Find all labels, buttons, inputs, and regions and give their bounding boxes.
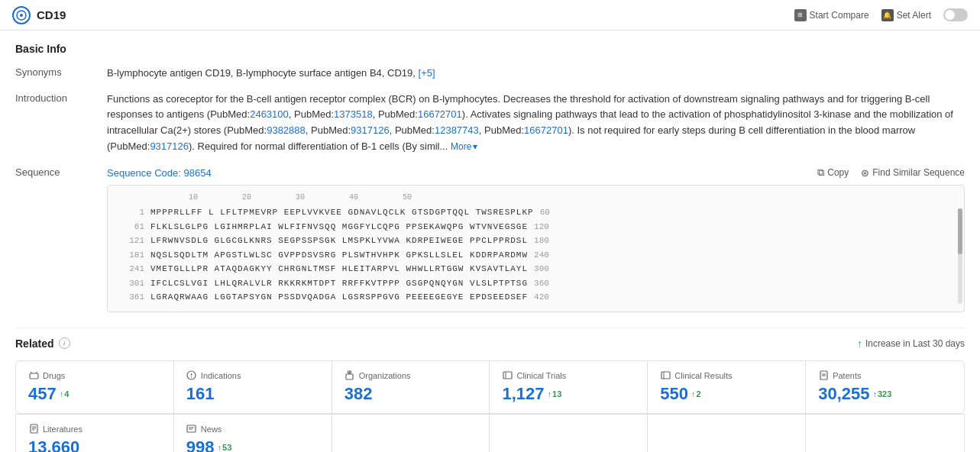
sequence-actions: ⧉ Copy ⊛ Find Similar Sequence xyxy=(817,166,965,179)
intro-link-3[interactable]: 16672701 xyxy=(418,108,462,120)
svg-rect-11 xyxy=(503,372,512,379)
page-title: CD19 xyxy=(37,8,66,21)
intro-link-1[interactable]: 2463100 xyxy=(250,108,289,120)
copy-icon: ⧉ xyxy=(817,166,824,179)
synonyms-row: Synonyms B-lymphocyte antigen CD19, B-ly… xyxy=(15,66,965,81)
related-card-clinical-trials[interactable]: Clinical Trials 1,127 ↑ 13 xyxy=(490,361,648,413)
clinical-results-value: 550 ↑ 2 xyxy=(660,384,793,404)
sequence-header: Sequence Code: 98654 ⧉ Copy ⊛ Find Simil… xyxy=(107,166,965,181)
drugs-value: 457 ↑ 4 xyxy=(28,384,161,404)
literatures-value: 13,660 xyxy=(28,437,161,452)
clinical-trials-icon xyxy=(502,370,513,381)
app-header: CD19 ⊞ Start Compare 🔔 Set Alert xyxy=(0,0,980,31)
indications-label: Indications xyxy=(186,370,319,381)
more-link[interactable]: More ▾ xyxy=(451,140,477,154)
sequence-ruler: 10 20 30 40 50 xyxy=(144,192,958,203)
sequence-code-link[interactable]: Sequence Code: 98654 xyxy=(107,166,212,181)
related-card-news[interactable]: News 998 ↑ 53 xyxy=(174,414,332,452)
up-icon: ↑ xyxy=(691,389,696,399)
related-title: Related i xyxy=(15,337,70,350)
intro-link-4[interactable]: 9382888 xyxy=(267,124,306,136)
literatures-label: Literatures xyxy=(28,424,161,434)
start-compare-button[interactable]: ⊞ Start Compare xyxy=(794,9,869,21)
sequence-scrollbar[interactable] xyxy=(958,208,962,304)
svg-point-7 xyxy=(191,376,192,377)
compare-icon: ⊞ xyxy=(794,9,807,21)
seq-line-5: 241VMETGLLLPR ATAQDAGKYY CHRGNLTMSF HLEI… xyxy=(114,263,958,276)
related-header: Related i ↑ Increase in Last 30 days xyxy=(15,337,965,350)
related-card-empty-5 xyxy=(648,414,806,452)
related-card-indications[interactable]: Indications 161 xyxy=(174,361,332,413)
copy-button[interactable]: ⧉ Copy xyxy=(817,166,849,179)
patents-label: Patents xyxy=(818,370,952,381)
synonyms-value: B-lymphocyte antigen CD19, B-lymphocyte … xyxy=(107,66,965,81)
alert-toggle[interactable] xyxy=(943,8,968,21)
related-grid-row1: Drugs 457 ↑ 4 Indications xyxy=(15,360,965,414)
seq-line-4: 181NQSLSQDLTM APGSTLWLSC GVPPDSVSRG PLSW… xyxy=(114,249,958,262)
svg-rect-2 xyxy=(30,373,38,379)
related-info-icon[interactable]: i xyxy=(59,337,70,349)
intro-link-8[interactable]: 9317126 xyxy=(150,140,189,152)
clinical-results-label: Clinical Results xyxy=(660,370,793,381)
intro-link-5[interactable]: 9317126 xyxy=(351,124,390,136)
header-right: ⊞ Start Compare 🔔 Set Alert xyxy=(794,8,968,21)
sequence-box[interactable]: 10 20 30 40 50 1MPPPRLLFF L LFLTPMEVRP E… xyxy=(107,185,965,312)
organizations-label: Organizations xyxy=(344,370,477,381)
news-value: 998 ↑ 53 xyxy=(186,437,319,452)
up-icon: ↑ xyxy=(218,443,222,452)
up-arrow-icon: ↑ xyxy=(857,337,862,350)
intro-link-6[interactable]: 12387743 xyxy=(435,124,479,136)
related-card-empty-3 xyxy=(332,414,490,452)
chevron-down-icon: ▾ xyxy=(473,140,477,154)
sequence-row: Sequence Sequence Code: 98654 ⧉ Copy ⊛ F… xyxy=(15,166,965,312)
organizations-icon xyxy=(344,370,355,381)
related-card-organizations[interactable]: Organizations 382 xyxy=(332,361,490,413)
seq-line-3: 121LFRWNVSDLG GLGCGLKNRS SEGPSSPSGK LMSP… xyxy=(114,234,958,247)
drugs-label: Drugs xyxy=(28,370,161,381)
related-card-empty-6 xyxy=(806,414,964,452)
clinical-results-icon xyxy=(660,370,671,381)
main-content: Basic Info Synonyms B-lymphocyte antigen… xyxy=(0,31,980,452)
up-icon: ↑ xyxy=(60,389,64,399)
svg-point-1 xyxy=(20,14,23,17)
clinical-trials-delta: ↑ 13 xyxy=(548,389,562,399)
increase-badge: ↑ Increase in Last 30 days xyxy=(857,337,965,350)
news-delta: ↑ 53 xyxy=(218,443,232,452)
related-card-patents[interactable]: Patents 30,255 ↑ 323 xyxy=(806,361,964,413)
patents-icon xyxy=(818,370,829,381)
related-card-literatures[interactable]: Literatures 13,660 xyxy=(16,414,174,452)
seq-line-2: 61FLKLSLGLPG LGIHMRPLAI WLFIFNVSQQ MGGFY… xyxy=(114,221,958,234)
seq-line-7: 361LGRAQRWAAG LGGTAPSYGN PSSDVQADGA LGSR… xyxy=(114,291,958,304)
literatures-icon xyxy=(28,424,39,434)
related-grid-row2: Literatures 13,660 News 998 ↑ xyxy=(15,414,965,452)
alert-icon: 🔔 xyxy=(881,9,894,21)
related-card-drugs[interactable]: Drugs 457 ↑ 4 xyxy=(16,361,174,413)
introduction-label: Introduction xyxy=(15,92,107,104)
introduction-value: Functions as coreceptor for the B-cell a… xyxy=(107,92,965,155)
basic-info-title: Basic Info xyxy=(15,43,965,55)
news-icon xyxy=(186,424,197,434)
clinical-trials-label: Clinical Trials xyxy=(502,370,635,381)
clinical-trials-value: 1,127 ↑ 13 xyxy=(502,384,635,404)
indications-value: 161 xyxy=(186,384,319,404)
indications-icon xyxy=(186,370,197,381)
synonyms-label: Synonyms xyxy=(15,66,107,78)
organizations-value: 382 xyxy=(344,384,477,404)
patents-delta: ↑ 323 xyxy=(872,389,891,399)
find-similar-icon: ⊛ xyxy=(861,167,869,179)
find-similar-button[interactable]: ⊛ Find Similar Sequence xyxy=(861,167,965,179)
up-icon: ↑ xyxy=(872,389,877,399)
sequence-label: Sequence xyxy=(15,166,107,178)
cd19-icon xyxy=(12,6,31,24)
intro-link-2[interactable]: 1373518 xyxy=(334,108,373,120)
news-label: News xyxy=(186,424,319,434)
seq-line-6: 301IFCLCSLVGI LHLQRALVLR RKKRKMTDPT RRFF… xyxy=(114,277,958,290)
scrollbar-thumb xyxy=(958,208,962,254)
set-alert-button[interactable]: 🔔 Set Alert xyxy=(881,9,931,21)
synonyms-more-link[interactable]: [+5] xyxy=(419,67,435,79)
intro-link-7[interactable]: 16672701 xyxy=(524,124,568,136)
up-icon: ↑ xyxy=(548,389,552,399)
related-card-clinical-results[interactable]: Clinical Results 550 ↑ 2 xyxy=(648,361,806,413)
svg-rect-8 xyxy=(346,374,353,379)
clinical-results-delta: ↑ 2 xyxy=(691,389,701,399)
